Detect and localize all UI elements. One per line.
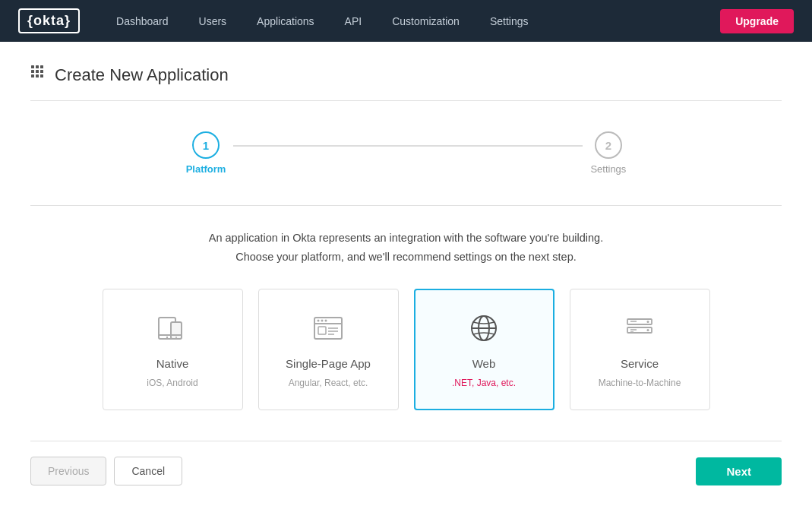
nav-users[interactable]: Users — [193, 12, 233, 30]
native-subtitle: iOS, Android — [147, 378, 197, 388]
nav-customization[interactable]: Customization — [386, 12, 466, 30]
svg-point-19 — [325, 319, 327, 321]
spa-icon — [311, 312, 345, 349]
nav-api[interactable]: API — [339, 12, 368, 30]
step-connector — [233, 145, 583, 147]
description-text: An application in Okta represents an int… — [30, 229, 782, 266]
svg-rect-3 — [31, 70, 34, 73]
native-title: Native — [156, 357, 189, 370]
step-2-circle: 2 — [595, 131, 622, 159]
svg-point-29 — [647, 321, 649, 323]
svg-rect-12 — [171, 322, 182, 339]
svg-rect-6 — [31, 74, 34, 77]
svg-point-18 — [321, 319, 324, 321]
web-title: Web — [472, 357, 496, 370]
nav-settings[interactable]: Settings — [484, 12, 535, 30]
step-1: 1 Platform — [186, 131, 226, 175]
svg-point-11 — [166, 337, 168, 338]
step-1-circle: 1 — [192, 131, 220, 159]
svg-point-17 — [318, 319, 320, 321]
page-header: Create New Application — [30, 65, 782, 85]
nav-applications[interactable]: Applications — [251, 12, 321, 30]
svg-point-14 — [175, 337, 177, 338]
navbar: {okta} Dashboard Users Applications API … — [0, 0, 812, 42]
platform-service[interactable]: Service Machine-to-Machine — [570, 289, 710, 410]
step-2-label: Settings — [590, 163, 626, 175]
native-icon — [156, 312, 189, 349]
svg-rect-20 — [318, 327, 326, 334]
service-title: Service — [621, 357, 659, 370]
footer-divider — [30, 441, 782, 441]
step-2: 2 Settings — [590, 131, 626, 175]
header-divider — [30, 100, 782, 101]
okta-logo: {okta} — [18, 8, 80, 33]
page-title: Create New Application — [55, 65, 229, 85]
svg-rect-5 — [40, 70, 43, 73]
svg-rect-2 — [40, 65, 43, 68]
platform-web[interactable]: Web .NET, Java, etc. — [414, 289, 554, 410]
step-1-label: Platform — [186, 163, 226, 175]
svg-rect-1 — [36, 65, 39, 68]
stepper-divider — [30, 205, 782, 206]
service-subtitle: Machine-to-Machine — [599, 378, 681, 388]
svg-point-30 — [647, 329, 649, 331]
nav-dashboard[interactable]: Dashboard — [110, 12, 175, 30]
platform-cards: Native iOS, Android Single-Page App — [30, 289, 782, 410]
platform-native[interactable]: Native iOS, Android — [103, 289, 243, 410]
svg-rect-0 — [31, 65, 34, 68]
service-icon — [623, 312, 656, 349]
footer-left-buttons: Previous Cancel — [30, 457, 182, 485]
footer-actions: Previous Cancel Next — [30, 457, 782, 485]
web-icon — [467, 312, 501, 349]
upgrade-button[interactable]: Upgrade — [720, 9, 794, 33]
platform-spa[interactable]: Single-Page App Angular, React, etc. — [258, 289, 399, 410]
stepper: 1 Platform 2 Settings — [30, 124, 782, 182]
spa-title: Single-Page App — [286, 357, 371, 370]
main-content: Create New Application 1 Platform 2 Sett… — [0, 42, 812, 506]
svg-rect-8 — [40, 74, 43, 77]
svg-rect-4 — [36, 70, 39, 73]
next-button[interactable]: Next — [696, 457, 782, 485]
svg-rect-7 — [36, 74, 39, 77]
previous-button: Previous — [30, 457, 106, 485]
web-subtitle: .NET, Java, etc. — [452, 378, 516, 388]
cancel-button[interactable]: Cancel — [114, 457, 182, 485]
spa-subtitle: Angular, React, etc. — [289, 378, 368, 388]
apps-icon — [30, 65, 47, 85]
